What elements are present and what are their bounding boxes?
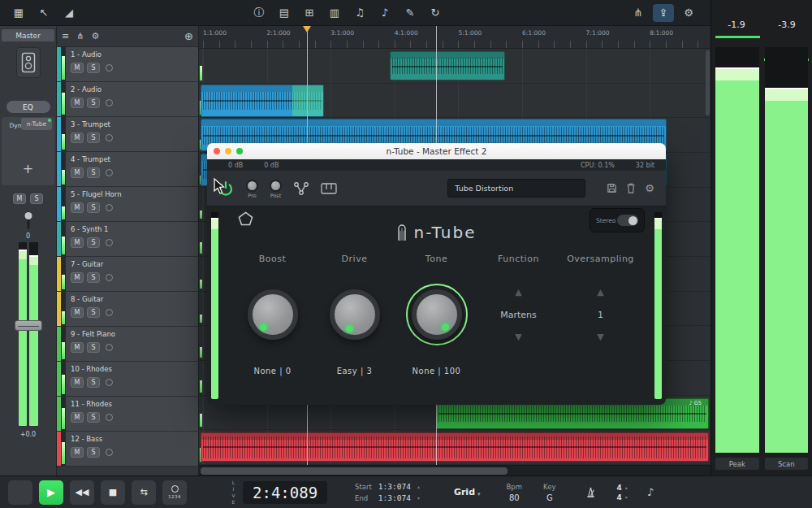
- mute-button[interactable]: M: [71, 132, 84, 143]
- track-row[interactable]: 9 - Felt PianoMS: [57, 327, 198, 362]
- track-name[interactable]: 6 - Synth 1: [71, 225, 193, 233]
- solo-button[interactable]: S: [87, 342, 100, 353]
- solo-button[interactable]: S: [87, 307, 100, 318]
- grid-selector[interactable]: Grid ▾: [454, 487, 481, 497]
- play-button[interactable]: ▶: [39, 480, 63, 505]
- solo-button[interactable]: S: [87, 98, 100, 108]
- bpm-selector[interactable]: Bpm 80: [507, 483, 523, 502]
- solo-button[interactable]: S: [87, 167, 100, 178]
- record-arm-button[interactable]: [106, 344, 113, 351]
- track-name[interactable]: 3 - Trumpet: [71, 120, 193, 128]
- track-row[interactable]: 4 - TrumpetMS: [57, 152, 198, 187]
- start-end-readout[interactable]: Start 1:3:074 ▴ End 1:3:074 ▾: [355, 482, 420, 502]
- keyboard-icon[interactable]: [321, 183, 337, 194]
- time-signature-control[interactable]: 4▴ 4▾: [616, 484, 627, 501]
- time-display[interactable]: 2:4:089: [243, 481, 327, 504]
- master-solo-button[interactable]: S: [30, 193, 43, 204]
- track-name[interactable]: 4 - Trumpet: [71, 155, 193, 163]
- preset-selector[interactable]: Tube Distortion: [447, 179, 585, 198]
- clip-12-bass[interactable]: [201, 432, 709, 462]
- track-row[interactable]: 5 - Flugel HornMS: [57, 187, 198, 222]
- mute-button[interactable]: M: [71, 272, 84, 283]
- minimize-button[interactable]: [225, 148, 231, 154]
- effect-slot-n-tube[interactable]: n-Tube: [21, 118, 52, 130]
- step-up-button[interactable]: ▲: [515, 287, 521, 297]
- close-button[interactable]: [214, 148, 220, 154]
- draw-tool-icon[interactable]: ✎: [400, 4, 421, 22]
- plugin-titlebar[interactable]: n-Tube - Master Effect 2: [207, 143, 666, 159]
- step-down-button[interactable]: ▼: [597, 332, 603, 342]
- record-arm-button[interactable]: [106, 239, 113, 246]
- share-device-icon[interactable]: ⇪: [653, 4, 674, 22]
- zoom-icon[interactable]: ⊞: [299, 4, 320, 22]
- output-device-button[interactable]: [16, 47, 41, 78]
- delete-preset-icon[interactable]: [626, 183, 636, 193]
- track-name[interactable]: 2 - Audio: [71, 85, 193, 93]
- mute-button[interactable]: M: [71, 237, 84, 248]
- record-arm-button[interactable]: [106, 309, 113, 316]
- record-arm-button[interactable]: [106, 379, 113, 386]
- grid-tool-icon[interactable]: ▦: [8, 4, 29, 22]
- info-icon[interactable]: ⓘ: [248, 4, 270, 22]
- caret-up-icon[interactable]: ▴: [417, 484, 420, 489]
- mute-button[interactable]: M: [71, 342, 84, 353]
- rewind-button[interactable]: ◀◀: [70, 480, 94, 505]
- step-down-button[interactable]: ▼: [515, 332, 521, 342]
- transport-extra-button[interactable]: [8, 480, 32, 505]
- record-arm-button[interactable]: [106, 64, 113, 72]
- record-count-in-button[interactable]: 1234: [162, 480, 187, 505]
- solo-button[interactable]: S: [87, 447, 100, 458]
- track-settings-icon[interactable]: ⚙: [91, 31, 99, 41]
- caret-down-icon[interactable]: ▾: [417, 495, 420, 501]
- save-preset-icon[interactable]: [607, 183, 617, 193]
- mixer-icon[interactable]: ▤: [274, 4, 295, 22]
- master-mute-button[interactable]: M: [13, 193, 26, 204]
- mute-button[interactable]: M: [71, 63, 84, 73]
- midi-icon[interactable]: ♫: [349, 4, 370, 22]
- metronome-button[interactable]: [585, 486, 597, 498]
- plugin-window[interactable]: n-Tube - Master Effect 2 0 dB 0 dB CPU: …: [207, 143, 666, 405]
- mute-button[interactable]: M: [71, 412, 84, 423]
- mute-button[interactable]: M: [71, 202, 84, 213]
- plugin-settings-icon[interactable]: ⚙: [645, 182, 654, 194]
- master-volume-fader[interactable]: [15, 320, 42, 331]
- solo-button[interactable]: S: [87, 412, 100, 423]
- peak-button[interactable]: Peak: [715, 458, 759, 470]
- track-row[interactable]: 10 - RhodesMS: [57, 362, 198, 397]
- solo-button[interactable]: S: [87, 377, 100, 388]
- routing-icon[interactable]: ⋔: [628, 4, 649, 22]
- track-row[interactable]: 8 - GuitarMS: [57, 292, 198, 327]
- clip-1-audio[interactable]: [390, 51, 505, 80]
- boost-knob[interactable]: [248, 289, 298, 340]
- stereo-mode-control[interactable]: Stereo: [590, 208, 645, 232]
- record-arm-button[interactable]: [106, 449, 113, 456]
- solo-button[interactable]: S: [87, 202, 100, 213]
- track-row[interactable]: 11 - RhodesMS: [57, 397, 198, 432]
- record-arm-button[interactable]: [106, 99, 113, 106]
- audio-wave-icon[interactable]: ♪: [374, 4, 395, 22]
- track-menu-icon[interactable]: ≡: [62, 31, 69, 41]
- track-routing-icon[interactable]: ⋔: [76, 31, 84, 41]
- post-gain-knob[interactable]: [270, 180, 282, 192]
- record-arm-button[interactable]: [106, 414, 113, 421]
- record-arm-button[interactable]: [106, 274, 113, 281]
- key-selector[interactable]: Key G: [543, 483, 555, 502]
- stop-button[interactable]: ■: [101, 480, 125, 505]
- track-name[interactable]: 5 - Flugel Horn: [71, 190, 193, 198]
- stereo-toggle[interactable]: [617, 215, 638, 226]
- eq-button[interactable]: EQ: [6, 101, 50, 113]
- swing-button[interactable]: ♪: [647, 486, 654, 498]
- mute-button[interactable]: M: [71, 447, 84, 458]
- clip-2-audio[interactable]: [201, 85, 324, 117]
- horizontal-scrollbar[interactable]: [199, 465, 710, 475]
- tone-knob[interactable]: [412, 289, 462, 340]
- caret-up-icon[interactable]: ▴: [625, 484, 628, 490]
- add-track-button[interactable]: ⊕: [184, 30, 193, 42]
- track-name[interactable]: 1 - Audio: [71, 50, 193, 59]
- timeline-ruler[interactable]: 1:1:0002:1:0003:1:0004:1:0005:1:0006:1:0…: [199, 26, 710, 49]
- zoom-button[interactable]: [236, 148, 243, 154]
- refresh-icon[interactable]: ↻: [425, 4, 446, 22]
- step-up-button[interactable]: ▲: [597, 287, 603, 297]
- solo-button[interactable]: S: [87, 132, 100, 143]
- track-name[interactable]: 10 - Rhodes: [71, 365, 193, 373]
